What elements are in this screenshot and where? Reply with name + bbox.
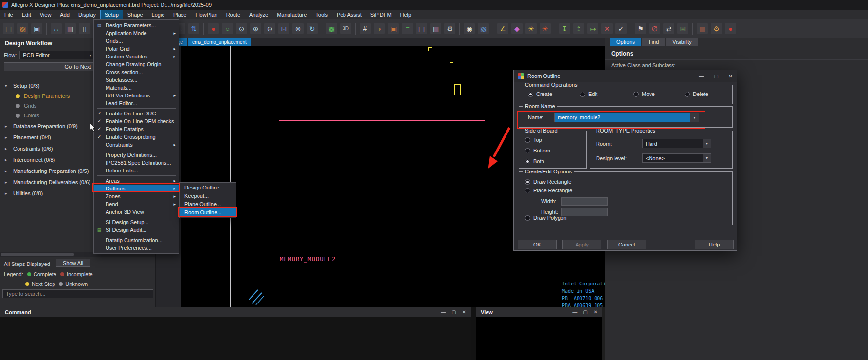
highlighted-component[interactable] [454,84,461,95]
save-icon[interactable]: ▣ [31,23,42,34]
create-edit-radio-place-rectangle[interactable]: Place Rectangle [525,188,572,193]
scrollbar-thumb[interactable] [1,253,74,256]
zoom-fit-icon[interactable]: ⊡ [278,23,289,34]
setup-menu-item-lead-editor[interactable]: Lead Editor... [94,99,179,107]
tools-gear-icon[interactable]: ⚙ [711,23,722,34]
setup-menu-item-subclasses[interactable]: Subclasses... [94,76,179,84]
setup-menu-item-define-lists[interactable]: Define Lists... [94,167,179,174]
new-design-icon[interactable]: ▤ [3,23,14,34]
dialog-title-bar[interactable]: Room Outline — ▢ ✕ [514,70,737,82]
menu-logic[interactable]: Logic [147,10,169,19]
setup-menu-item-ipc2581-spec-definitions[interactable]: IPC2581 Spec Definitions... [94,159,179,167]
submenu-item-keepout[interactable]: Keepout... [180,192,236,200]
width-input[interactable] [561,197,608,206]
chevron-down-icon[interactable]: ▾ [5,83,10,88]
menu-edit[interactable]: Edit [18,10,36,19]
ok-button[interactable]: OK [518,240,557,249]
status-icon[interactable]: ▥ [430,23,441,34]
setup-menu-item-enable-on-line-drc[interactable]: ✓Enable On-Line DRC [94,110,179,117]
visibility-eye-icon[interactable]: ◉ [464,23,475,34]
swap-icon[interactable]: ⇄ [663,23,674,34]
tab-find[interactable]: Find [642,38,665,46]
flow-selector[interactable]: PCB Editor ▼ [19,51,93,59]
grid-toggle-icon[interactable]: # [360,23,371,34]
menu-tools[interactable]: Tools [311,10,332,19]
close-icon[interactable]: ✕ [594,309,597,315]
chevron-right-icon[interactable]: ▸ [5,135,10,140]
tab-options[interactable]: Options [610,38,641,46]
setup-menu-item-si-design-audit[interactable]: ▤SI Design Audit... [94,226,179,234]
update-icon[interactable]: ⊞ [677,23,688,34]
color-dialog-icon[interactable]: ◑ [374,23,385,34]
no-route-icon[interactable]: ∅ [649,23,660,34]
create-edit-radio-draw-polygon[interactable]: Draw Polygon [525,215,566,221]
side-of-board-radio-both[interactable]: Both [525,158,544,164]
setup-menu-item-design-parameters[interactable]: ▤Design Parameters... [94,21,179,29]
drc-ball-icon[interactable]: ● [725,23,736,34]
room-type-combobox[interactable]: Hard ▼ [642,139,711,148]
show-all-button[interactable]: Show All [56,259,90,267]
dfm-chip-icon[interactable]: ▦ [697,23,708,34]
submenu-item-design-outline[interactable]: Design Outline... [180,184,236,192]
close-icon[interactable]: ✕ [729,74,733,79]
setup-menu-item-constraints[interactable]: Constraints▸ [94,141,179,149]
chevron-right-icon[interactable]: ▸ [5,157,10,162]
shaded-view-icon[interactable]: ▩ [326,23,337,34]
import-icon[interactable]: ↧ [559,23,570,34]
minimize-icon[interactable]: — [699,74,704,79]
command-operation-radio-delete[interactable]: Delete [685,91,708,97]
cancel-button[interactable]: Cancel [607,240,646,249]
zoom-points-icon[interactable]: ⊙ [236,23,247,34]
setup-menu-item-anchor-3d-view[interactable]: Anchor 3D View [94,208,179,216]
create-edit-radio-draw-rectangle[interactable]: Draw Rectangle [525,179,571,185]
chevron-down-icon[interactable]: ▼ [690,113,699,122]
measure-icon[interactable]: ∠ [497,23,508,34]
menu-help[interactable]: Help [396,10,416,19]
shape-ring-icon[interactable]: ○ [222,23,233,34]
design-level-combobox[interactable]: <None> ▼ [642,153,711,163]
setup-menu-item-areas[interactable]: Areas▸ [94,177,179,185]
setup-menu-item-zones[interactable]: Zones▸ [94,192,179,200]
menu-analyze[interactable]: Analyze [245,10,272,19]
zoom-out-icon[interactable]: ⊖ [264,23,275,34]
menu-manufacture[interactable]: Manufacture [272,10,311,19]
side-of-board-radio-top[interactable]: Top [525,137,542,143]
reports-icon[interactable]: ▤ [416,23,427,34]
chevron-down-icon[interactable]: ▼ [703,139,711,148]
flag-icon[interactable]: ⚑ [635,23,646,34]
move-icon[interactable]: ↔ [51,23,62,34]
room-outline-rect[interactable] [279,120,485,264]
search-doc-icon[interactable]: ▧ [478,23,489,34]
setup-menu-item-si-design-setup[interactable]: SI Design Setup... [94,218,179,226]
float-icon[interactable]: ▢ [452,309,456,315]
tab-visibility[interactable]: Visibility [666,38,698,46]
palette-icon[interactable]: ◆ [511,23,523,34]
menu-flowplan[interactable]: FlowPlan [191,10,221,19]
menu-file[interactable]: File [0,10,18,19]
minimize-icon[interactable]: — [572,309,577,315]
setup-menu-item-outlines[interactable]: Outlines▸ [94,185,179,192]
menu-display[interactable]: Display [74,10,100,19]
setup-menu-item-datatip-customization[interactable]: Datatip Customization... [94,236,179,244]
command-operation-radio-create[interactable]: Create [528,91,552,97]
setup-menu-item-property-definitions[interactable]: Property Definitions... [94,151,179,159]
setup-menu-item-bend[interactable]: Bend▸ [94,200,179,208]
menu-route[interactable]: Route [222,10,245,19]
setup-menu-item-enable-on-line-dfm-checks[interactable]: ✓Enable On-Line DFM checks [94,117,179,125]
document-tab[interactable]: cms_demo_unplacement [188,38,251,46]
zoom-in-icon[interactable]: ⊕ [250,23,261,34]
side-of-board-radio-bottom[interactable]: Bottom [525,148,550,153]
vertex-icon[interactable]: ⇅ [188,23,199,34]
open-design-icon[interactable]: ▨ [17,23,28,34]
layers-icon[interactable]: ≡ [402,23,413,34]
submenu-item-plane-outline[interactable]: Plane Outline... [180,200,236,208]
height-input[interactable] [561,208,608,216]
brightness-icon[interactable]: ☀ [525,23,537,34]
redraw-icon[interactable]: ↻ [307,23,318,34]
help-button[interactable]: Help [695,240,734,249]
chevron-right-icon[interactable]: ▸ [5,191,10,196]
snapshot-icon[interactable]: ▣ [388,23,399,34]
chevron-down-icon[interactable]: ▼ [703,154,711,162]
menu-view[interactable]: View [36,10,56,19]
setup-menu-item-user-preferences[interactable]: User Preferences... [94,244,179,252]
